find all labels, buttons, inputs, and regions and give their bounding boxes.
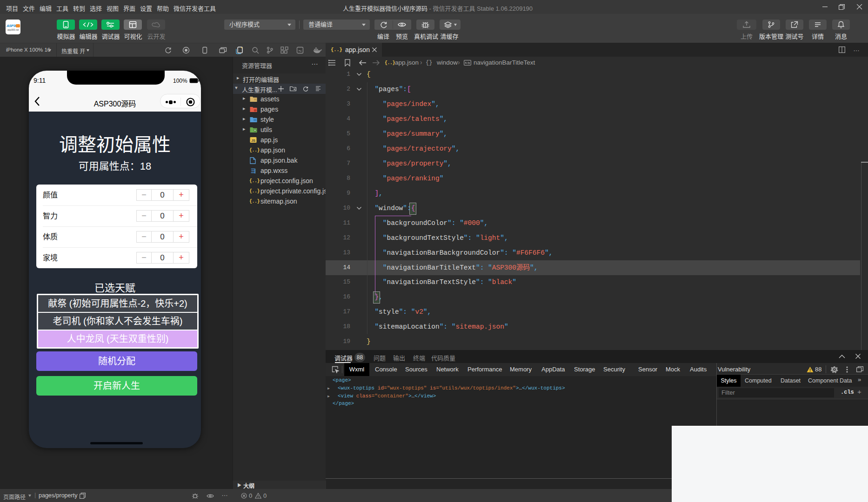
svg-text:JS: JS — [251, 139, 255, 143]
svg-text:ヨ: ヨ — [250, 167, 256, 174]
